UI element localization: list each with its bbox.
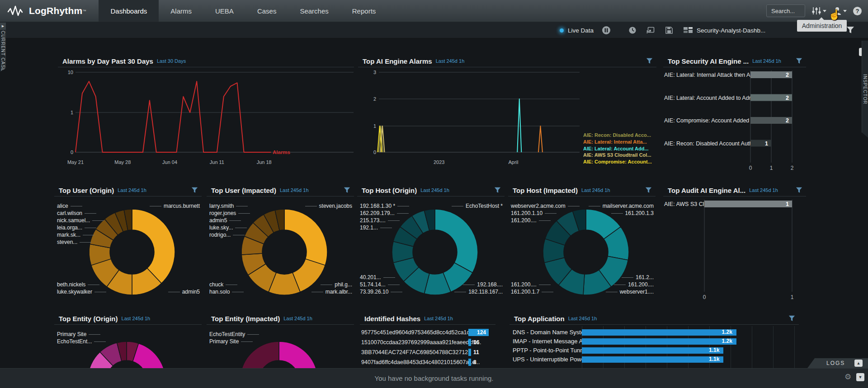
legend-entry[interactable]: AIE: Compromise: Account... (583, 159, 656, 165)
current-case-tab[interactable]: CURRENT CASE (0, 30, 6, 72)
donut-slice-label[interactable]: nick.samuel... (57, 217, 106, 224)
donut-slice-label[interactable]: EchoTestEntity (209, 331, 261, 338)
donut-slice-label[interactable]: 182.118.167... (452, 288, 503, 295)
pause-icon[interactable] (602, 26, 611, 35)
security-ai-bar-chart[interactable]: 012AIE: Lateral: Internal Attack then Ac… (663, 55, 806, 172)
donut-slice-label[interactable]: roger.jones (209, 210, 252, 217)
save-dashboard-icon[interactable] (665, 26, 673, 34)
filter-icon[interactable] (645, 187, 652, 195)
admin-sliders-icon[interactable] (811, 6, 826, 15)
help-icon[interactable]: ? (853, 7, 862, 15)
donut-slice-label[interactable]: luke.skywalker (57, 288, 108, 295)
donut-slice-label[interactable]: EchoTestHost * (449, 202, 503, 210)
donut-slice-label[interactable]: leia.orga... (57, 224, 106, 231)
toolbar-filter-icon[interactable] (846, 26, 854, 34)
filter-icon[interactable] (646, 58, 653, 66)
donut-slice-label[interactable]: 161.200.1.7 (511, 288, 556, 295)
donut-slice-label[interactable]: 161.2... (604, 274, 654, 281)
donut-slice-label[interactable]: rodrigo... (209, 231, 252, 238)
donut-slice-label[interactable]: 51.74.14... (360, 281, 405, 288)
tab-ueba[interactable]: UEBA (203, 0, 245, 22)
host-impacted-donut[interactable]: webserver2.acme.com161.200.1.10161.200..… (508, 184, 656, 303)
donut-slice-label[interactable]: marcus.burnett (147, 202, 200, 210)
donut-slice-label[interactable]: 215.173.... (360, 217, 411, 224)
filter-icon[interactable] (494, 187, 501, 195)
filter-icon[interactable] (796, 58, 802, 66)
hash-row[interactable]: 3BB7044EAC724F7AC698504788C3271211 (360, 349, 495, 356)
donut-slice-label[interactable]: Primary Site (209, 338, 261, 345)
donut-slice-label[interactable]: han.solo (209, 288, 246, 295)
donut-slice-label[interactable]: Primary Site (57, 331, 108, 338)
application-row[interactable]: IMAP - Internet Message Access Pr...1.2k (509, 338, 799, 345)
donut-slice-label[interactable]: chuck (209, 281, 246, 288)
logrhythm-logo[interactable]: LogRhythm™ (0, 0, 99, 22)
search-button[interactable]: Search... (766, 5, 805, 17)
user-origin-donut[interactable]: alicecarl.wilsonnick.samuel...leia.orga.… (54, 184, 202, 303)
donut-slice-label[interactable]: 161.200.1.10 (511, 210, 582, 217)
logs-tab[interactable]: LOGS ▲ (807, 358, 868, 368)
legend-entry[interactable]: AIE: Lateral: Internal Atta... (583, 139, 656, 145)
donut-slice-label[interactable]: 161.200.... (511, 217, 582, 224)
filter-icon[interactable] (191, 187, 198, 195)
donut-slice-label[interactable]: phil.g... (309, 281, 352, 288)
donut-slice-label[interactable]: admin5 (209, 217, 252, 224)
ai-engine-legend: AIE: Recon: Disabled Acco...AIE: Lateral… (583, 132, 656, 165)
donut-slice-label[interactable]: mark.sk... (57, 231, 106, 238)
donut-slice-label[interactable]: 192.168.... (452, 281, 503, 288)
donut-slice-label[interactable]: 192.1... (360, 224, 411, 231)
expand-current-case-icon[interactable]: ▶ (0, 23, 6, 30)
donut-slice-label[interactable]: 40.201... (360, 274, 405, 281)
donut-slice-label[interactable]: beth.nickels (57, 281, 108, 288)
donut-slice-label[interactable]: carl.wilson (57, 210, 106, 217)
tab-dashboards[interactable]: Dashboards (99, 0, 159, 22)
tab-searches[interactable]: Searches (288, 0, 340, 22)
donut-slice-label[interactable]: luke.sky... (209, 224, 252, 231)
user-impacted-donut[interactable]: larry.smithroger.jonesadmin5luke.sky...r… (207, 184, 354, 303)
filter-icon[interactable] (788, 315, 795, 323)
add-dashboard-icon[interactable] (646, 26, 655, 34)
legend-entry[interactable]: AIE: AWS S3 Cloudtrail Col... (583, 152, 656, 159)
donut-slice-label[interactable]: 192.168.1.30 * (360, 202, 411, 210)
donut-slice-label[interactable]: 162.209.179... (360, 210, 411, 217)
audit-ai-bar-chart[interactable]: 01AIE: AWS S3 Cl...1 (663, 184, 806, 303)
application-row[interactable]: UPS - Uninterruptible Power Supply1.1k (509, 356, 799, 363)
leader-line (247, 334, 259, 335)
hash-row[interactable]: 1510070ccdaa2397692999aaaa921feaeedcf0..… (360, 339, 495, 346)
application-row[interactable]: DNS - Domain Name System1.2k (509, 329, 799, 336)
donut-slice-label[interactable]: webserver2.acme.com (511, 202, 582, 210)
filter-icon[interactable] (344, 187, 350, 195)
legend-entry[interactable]: AIE: Lateral: Account Add... (583, 145, 656, 152)
leader-line (94, 341, 106, 342)
donut-slice-label[interactable]: steven... (57, 238, 106, 246)
application-row[interactable]: PPTP - Point-to-Point Tunneling Pr...1.1… (509, 347, 799, 354)
clock-history-icon[interactable] (628, 26, 637, 34)
donut-slice-label[interactable]: EchoTestEnt... (57, 338, 108, 345)
collapse-logs-button[interactable]: ▼ (856, 373, 864, 381)
donut-slice-label[interactable]: webserver1.... (604, 288, 654, 295)
donut-slice-label[interactable]: mark.albr... (309, 288, 352, 295)
expand-logs-button[interactable]: ▲ (854, 360, 863, 367)
donut-slice-label[interactable]: mailserver.acme.com (586, 202, 654, 210)
donut-slice-label[interactable]: larry.smith (209, 202, 252, 210)
live-data-dot-icon (560, 28, 564, 33)
tab-cases[interactable]: Cases (245, 0, 288, 22)
donut-slice-label[interactable]: 73.39.26.10 (360, 288, 405, 295)
host-origin-donut[interactable]: 192.168.1.30 *162.209.179...215.173....1… (357, 184, 505, 303)
donut-slice-label[interactable]: 161.200.... (511, 281, 556, 288)
settings-gear-icon[interactable]: ⚙ (844, 372, 851, 382)
hash-row[interactable]: 95775c451ed9604d9753465d8cc4d52ca1cb58..… (360, 329, 495, 337)
inspector-tab[interactable]: INSPECTOR (862, 41, 868, 138)
donut-slice-label[interactable]: alice (57, 202, 106, 210)
donut-slice-label[interactable]: 161.200.... (604, 281, 654, 288)
live-data-indicator[interactable]: Live Data (560, 22, 594, 38)
legend-entry[interactable]: AIE: Recon: Disabled Acco... (583, 132, 656, 139)
hash-row[interactable]: 9407fad6ffc4dae88453d34c48021015607a1e..… (360, 359, 495, 366)
donut-slice-label[interactable]: 161.200.1.3 (586, 210, 654, 217)
tab-reports[interactable]: Reports (340, 0, 388, 22)
tab-alarms[interactable]: Alarms (159, 0, 203, 22)
dashboard-selector[interactable]: Security-Analyst-Dashb... (684, 22, 765, 38)
donut-slice-label[interactable]: admin5 (166, 288, 200, 295)
donut-slice-label[interactable]: steven.jacobs (303, 202, 352, 210)
filter-icon[interactable] (796, 187, 802, 195)
alarms-line-chart[interactable]: 1010May 21May 28Jun 04Jun 11Jun 18Alarms (58, 55, 354, 172)
